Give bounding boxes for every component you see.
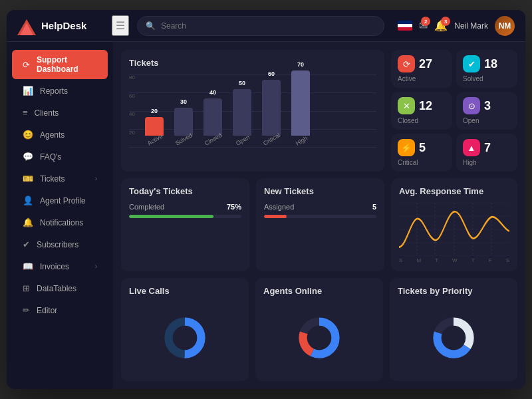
sidebar-label-invoices: Invoices [40, 262, 69, 271]
live-calls-title: Live Calls [129, 286, 241, 296]
sidebar-label-support-dashboard: Support Dashboard [37, 55, 97, 74]
mail-button[interactable]: ✉ 2 [419, 19, 428, 32]
sidebar-label-agents: Agents [40, 130, 65, 140]
sidebar-label-reports: Reports [40, 86, 68, 96]
sidebar-icon-notifications: 🔔 [23, 217, 33, 227]
completed-progress-bg [129, 215, 241, 218]
middle-section: Today's Tickets Completed 75% New Ticket… [121, 178, 517, 271]
notification-button[interactable]: 🔔 3 [434, 19, 448, 32]
bar-fill-open [233, 89, 251, 136]
sidebar-icon-subscribers: ✔ [23, 239, 30, 249]
stat-icon-solved: ✔ [463, 55, 480, 72]
notif-badge: 3 [441, 17, 450, 26]
stat-number-closed: 12 [419, 99, 432, 113]
sidebar-label-tickets: Tickets [40, 174, 65, 184]
agents-online-title: Agents Online [263, 286, 375, 296]
sidebar-label-subscribers: Subscribers [37, 240, 78, 249]
bar-closed: 40 Closed [203, 89, 222, 148]
sidebar-item-invoices[interactable]: 📖 Invoices › [12, 256, 108, 277]
stat-card-active: ⟳ 27 Active [391, 50, 452, 88]
stat-card-critical: ⚡ 5 Critical [391, 134, 452, 172]
sidebar-icon-faqs: 💬 [23, 152, 33, 162]
tickets-priority-panel: Tickets by Priority [390, 278, 517, 381]
sidebar-item-support-dashboard[interactable]: ⟳ Support Dashboard [12, 50, 108, 79]
flag-icon [398, 21, 412, 31]
stat-label-active: Active [398, 75, 446, 82]
sidebar-item-faqs[interactable]: 💬 FAQ's [12, 146, 108, 167]
search-input[interactable] [161, 21, 376, 31]
sidebar-icon-agents: 😊 [23, 130, 33, 140]
stat-label-critical: Critical [398, 159, 446, 166]
x-labels: S M T W T F S [399, 257, 509, 263]
sidebar-item-notifications[interactable]: 🔔 Notifications [12, 212, 108, 233]
sidebar-label-notifications: Notifications [40, 218, 83, 227]
sidebar-item-agent-profile[interactable]: 👤 Agent Profile [12, 190, 108, 211]
stat-icon-high: ▲ [463, 139, 480, 156]
sidebar-item-tickets[interactable]: 🎫 Tickets › [12, 168, 108, 189]
search-icon: 🔍 [146, 21, 156, 31]
completed-progress-fill [129, 215, 213, 218]
top-section: Tickets 80 60 40 20 [121, 50, 517, 172]
bottom-section: Live Calls Agents Online [121, 278, 517, 381]
stat-icon-open: ⊙ [463, 97, 480, 114]
new-tickets-title: New Tickets [264, 186, 376, 196]
sidebar-icon-invoices: 📖 [23, 261, 33, 271]
stat-label-solved: Solved [463, 75, 511, 82]
header-actions: ✉ 2 🔔 3 Neil Mark NM [398, 16, 515, 36]
agents-online-panel: Agents Online [255, 278, 383, 381]
avg-response-panel: Avg. Response Time [391, 178, 517, 271]
bar-fill-critical [262, 80, 281, 136]
sidebar-label-editor: Editor [37, 306, 57, 315]
sidebar-label-clients: Clients [35, 108, 59, 118]
completed-row: Completed 75% [129, 203, 241, 211]
stat-label-closed: Closed [398, 117, 446, 124]
sidebar-item-reports[interactable]: 📊 Reports [12, 80, 108, 101]
tickets-priority-chart [430, 315, 477, 361]
stat-number-active: 27 [419, 57, 432, 71]
main-content: Tickets 80 60 40 20 [113, 42, 525, 389]
sidebar-item-editor[interactable]: ✏ Editor [12, 300, 108, 321]
avatar: NM [495, 16, 515, 36]
stat-label-high: High [463, 159, 511, 166]
stat-top-closed: ✕ 12 [398, 97, 446, 114]
sidebar-icon-support-dashboard: ⟳ [23, 60, 30, 70]
sidebar-item-datatables[interactable]: ⊞ DataTables [12, 278, 108, 299]
new-tickets-panel: New Tickets Assigned 5 [256, 178, 384, 271]
live-calls-chart [162, 315, 208, 361]
stat-number-solved: 18 [484, 57, 497, 71]
sidebar-icon-clients: ≡ [23, 108, 28, 118]
stat-card-high: ▲ 7 High [456, 134, 517, 172]
mail-badge: 2 [421, 17, 430, 26]
bar-critical: 60 Critical [262, 70, 281, 148]
assigned-row: Assigned 5 [264, 203, 376, 211]
body: ⟳ Support Dashboard 📊 Reports ≡ Clients … [7, 42, 525, 389]
bar-high: 70 High [291, 61, 310, 148]
app-window: HelpDesk ☰ 🔍 ✉ 2 🔔 3 Neil Mark NM ⟳ Supp [7, 10, 525, 389]
logo-icon [17, 17, 36, 35]
header: HelpDesk ☰ 🔍 ✉ 2 🔔 3 Neil Mark NM [7, 10, 525, 42]
logo-text: HelpDesk [41, 20, 86, 31]
stat-icon-active: ⟳ [398, 55, 415, 72]
agents-online-chart [296, 315, 342, 361]
agents-online-donut [263, 303, 375, 373]
completed-label: Completed [129, 203, 164, 211]
stat-icon-closed: ✕ [398, 97, 415, 114]
bar-solved: 30 Solved [174, 98, 193, 148]
sidebar-item-subscribers[interactable]: ✔ Subscribers [12, 234, 108, 255]
sidebar-icon-agent-profile: 👤 [23, 196, 33, 205]
sidebar-item-clients[interactable]: ≡ Clients [12, 102, 108, 123]
avg-response-title: Avg. Response Time [399, 186, 509, 196]
bar-fill-closed [203, 98, 222, 136]
line-chart-area [399, 203, 509, 256]
live-calls-donut [129, 303, 241, 373]
search-bar: 🔍 [137, 16, 384, 36]
stat-card-open: ⊙ 3 Open [456, 92, 517, 130]
hamburger-button[interactable]: ☰ [112, 15, 129, 36]
sidebar-item-agents[interactable]: 😊 Agents [12, 124, 108, 145]
line-chart-svg [399, 203, 509, 256]
completed-value: 75% [227, 203, 241, 211]
stat-label-open: Open [463, 117, 511, 124]
sidebar-label-agent-profile: Agent Profile [40, 196, 86, 205]
sidebar: ⟳ Support Dashboard 📊 Reports ≡ Clients … [7, 42, 113, 389]
sidebar-label-faqs: FAQ's [40, 152, 61, 162]
